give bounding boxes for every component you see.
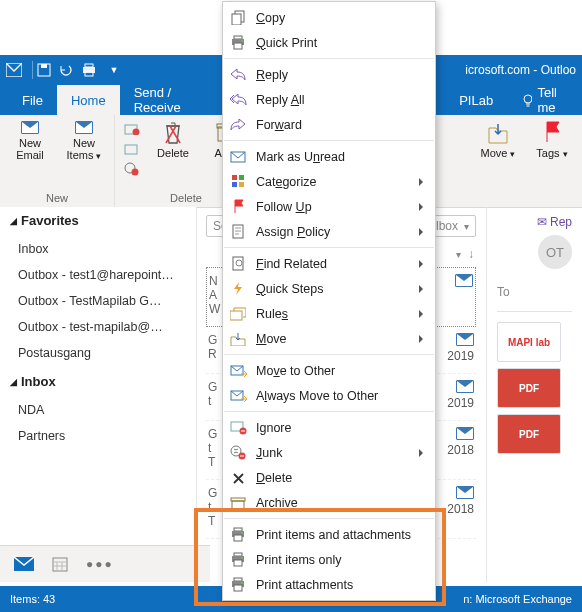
save-icon[interactable] (37, 63, 59, 77)
menu-findrelated[interactable]: Find Related (223, 251, 435, 276)
move-button[interactable]: Move ▾ (476, 119, 520, 159)
attachment-pdf-1[interactable]: PDF (497, 368, 561, 408)
flag-icon (229, 199, 247, 215)
menu-followup[interactable]: Follow Up (223, 194, 435, 219)
to-label: To (497, 279, 572, 305)
policy-icon (229, 224, 247, 240)
favorites-header[interactable]: ◢Favorites (0, 207, 196, 234)
menu-print-att[interactable]: Print attachments (223, 572, 435, 597)
folder-item[interactable]: NDA (0, 397, 196, 423)
undo-icon[interactable] (59, 64, 81, 76)
reply-icon (229, 67, 247, 83)
window-title: icrosoft.com - Outloo (465, 63, 576, 77)
ribbon-group-new: New Email New Items ▾ New (0, 115, 115, 207)
print-all-icon (229, 527, 247, 543)
svg-rect-3 (85, 64, 93, 67)
folder-item[interactable]: Outbox - test-mapilab@… (0, 314, 196, 340)
sender-avatar: OT (538, 235, 572, 269)
move-icon (229, 331, 247, 347)
menu-alwaysmove[interactable]: Always Move to Other (223, 383, 435, 408)
new-items-button[interactable]: New Items ▾ (62, 119, 106, 161)
menu-ignore[interactable]: Ignore (223, 415, 435, 440)
mail-move-icon (229, 363, 247, 379)
menu-unread[interactable]: Mark as Unread (223, 144, 435, 169)
svg-rect-37 (232, 501, 244, 509)
delete-label: Delete (157, 147, 189, 159)
mail-move-icon (229, 388, 247, 404)
dropdown-icon[interactable]: ▼ (103, 65, 125, 75)
folder-item[interactable]: Partners (0, 423, 196, 449)
new-items-icon (75, 119, 93, 135)
mail-icon (456, 486, 474, 499)
replyall-icon (229, 92, 247, 108)
forward-icon (229, 117, 247, 133)
cleanup-small-icon[interactable] (123, 141, 141, 157)
mail-icon (456, 427, 474, 440)
svg-point-42 (241, 532, 243, 534)
new-items-label: New Items (67, 137, 95, 161)
separator (32, 61, 33, 79)
menu-replyall[interactable]: Reply All (223, 87, 435, 112)
tell-me-label: Tell me (538, 85, 569, 115)
menu-policy[interactable]: Assign Policy (223, 219, 435, 244)
folder-item[interactable]: Outbox - test1@harepoint… (0, 262, 196, 288)
attachment-mapilab[interactable]: MAPI lab (497, 322, 561, 362)
calendar-view-icon[interactable] (52, 556, 68, 572)
menu-quickprint[interactable]: Quick Print (223, 30, 435, 55)
rules-icon (229, 306, 247, 322)
menu-junk[interactable]: Junk (223, 440, 435, 465)
menu-quicksteps[interactable]: Quick Steps (223, 276, 435, 301)
reply-button[interactable]: ✉ Rep (537, 215, 572, 229)
bolt-icon (229, 281, 247, 297)
junk-small-icon[interactable] (123, 161, 141, 177)
print-icon (229, 552, 247, 568)
context-menu: CopyQuick PrintReplyReply AllForwardMark… (222, 1, 436, 601)
svg-point-8 (133, 129, 140, 136)
tell-me-search[interactable]: Tell me (507, 85, 582, 115)
folder-item[interactable]: Outbox - TestMapilab G… (0, 288, 196, 314)
menu-print-items[interactable]: Print items only (223, 547, 435, 572)
flag-icon (542, 119, 562, 145)
svg-rect-49 (234, 585, 242, 591)
reverse-sort-icon[interactable]: ↓ (468, 247, 474, 261)
tab-home[interactable]: Home (57, 85, 120, 115)
svg-rect-41 (234, 535, 242, 541)
menu-move[interactable]: Move (223, 326, 435, 351)
delete-button[interactable]: Delete (151, 119, 195, 159)
menu-print-items-att[interactable]: Print items and attachments (223, 522, 435, 547)
menu-forward[interactable]: Forward (223, 112, 435, 137)
folder-item[interactable]: Postausgang (0, 340, 196, 366)
folder-item[interactable]: Inbox (0, 236, 196, 262)
tab-send-receive[interactable]: Send / Receive (120, 85, 216, 115)
print-icon[interactable] (81, 63, 103, 77)
status-connection: n: Microsoft Exchange (463, 593, 572, 605)
attachment-pdf-2[interactable]: PDF (497, 414, 561, 454)
sort-dropdown-icon[interactable]: ▾ (456, 249, 461, 260)
mail-icon (229, 149, 247, 165)
print-att-icon (229, 577, 247, 593)
bulb-icon (521, 93, 531, 107)
menu-movetoother[interactable]: Move to Other (223, 358, 435, 383)
svg-rect-24 (239, 175, 244, 180)
tab-file[interactable]: File (8, 85, 57, 115)
menu-archive[interactable]: Archive (223, 490, 435, 515)
menu-copy[interactable]: Copy (223, 5, 435, 30)
more-views-icon[interactable]: ●●● (86, 557, 114, 571)
inbox-header[interactable]: ◢Inbox (0, 368, 196, 395)
menu-delete[interactable]: Delete (223, 465, 435, 490)
tags-button[interactable]: Tags ▾ (530, 119, 574, 159)
new-email-button[interactable]: New Email (8, 119, 52, 161)
delete-icon (229, 470, 247, 486)
tab-mapilab[interactable]: PILab (445, 85, 507, 115)
status-items-count: Items: 43 (10, 593, 55, 605)
mail-app-icon (6, 63, 28, 77)
menu-rules[interactable]: Rules (223, 301, 435, 326)
mail-view-icon[interactable] (14, 557, 34, 571)
svg-point-21 (241, 40, 243, 42)
svg-rect-9 (125, 145, 137, 154)
menu-categorize[interactable]: Categorize (223, 169, 435, 194)
reading-pane: ✉ Rep OT To MAPI lab PDF PDF (487, 207, 582, 582)
ignore-small-icon[interactable] (123, 121, 141, 137)
svg-rect-47 (234, 578, 242, 581)
menu-reply[interactable]: Reply (223, 62, 435, 87)
